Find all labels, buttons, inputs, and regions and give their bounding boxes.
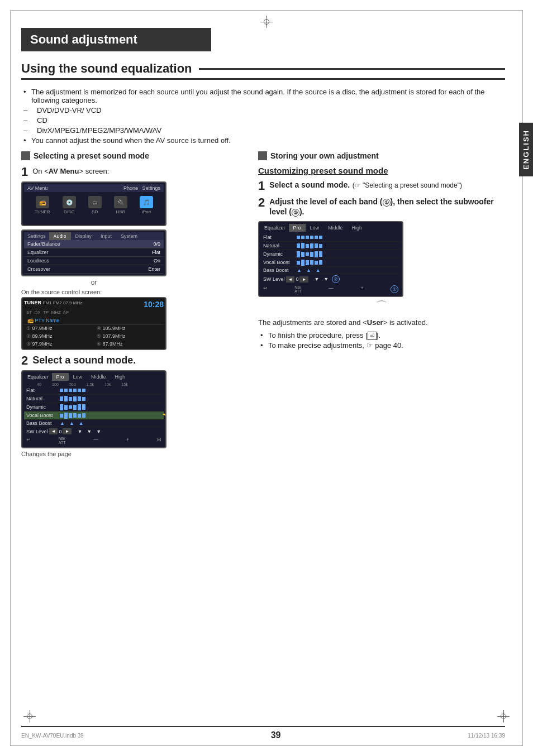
changes-page-label: Changes the page xyxy=(21,451,245,457)
av-menu-icons: 📻 TUNER 💿 DISC 🗂 SD 🔌 USB xyxy=(24,194,164,217)
step1-container: 1 On <AV Menu> screen: xyxy=(21,166,245,178)
settings-row-loudness: Loudness On xyxy=(24,257,164,265)
av-icon-disc: 💿 DISC xyxy=(63,196,76,214)
footer-file: EN_KW-AV70EU.indb 39 xyxy=(21,733,84,739)
sw-level-down[interactable]: ◄ xyxy=(49,428,58,434)
bottom-bar: EN_KW-AV70EU.indb 39 39 11/12/13 16:39 xyxy=(21,726,505,740)
intro-bullets: The adjustment is memorized for each sou… xyxy=(21,88,505,145)
tuner-header: TUNER FM1 FM2 87.9 MHz 10:28 xyxy=(24,300,164,309)
tuner-status: ST DX TP MHZ AF xyxy=(24,310,164,315)
tuner-screen: TUNER FM1 FM2 87.9 MHz 10:28 ST DX TP MH… xyxy=(21,297,166,350)
step2-num: 2 xyxy=(21,355,28,367)
sw-level-up[interactable]: ► xyxy=(63,428,72,434)
right-step2: 2 Adjust the level of each band (①), the… xyxy=(258,197,505,217)
bullet-4: DivX/MPEG1/MPEG2/MP3/WMA/WAV xyxy=(23,126,505,135)
customizing-title: Customizing preset sound mode xyxy=(258,166,505,175)
right-sw-down[interactable]: ◄ xyxy=(286,276,295,283)
right-step1-num: 1 xyxy=(258,180,265,192)
tuner-pty: 📻 PTY Name xyxy=(24,317,164,325)
settings-row-crossover: Crossover Enter xyxy=(24,265,164,274)
right-sw-level: SW Level ◄ 0 ► ▼ ▼ ② xyxy=(261,274,401,284)
right-eq-vocal: Vocal Boost xyxy=(261,259,401,267)
av-icon-usb: 🔌 USB xyxy=(114,196,127,214)
left-sub-heading: Selecting a preset sound mode xyxy=(21,151,245,160)
right-eq-bass: Bass Boost ▲ ▲ ▲ xyxy=(261,267,401,274)
right-column: Storing your own adjustment Customizing … xyxy=(258,151,505,459)
page-border-right xyxy=(522,10,523,746)
left-column: Selecting a preset sound mode 1 On <AV M… xyxy=(21,151,245,459)
finish-bullet-1: To finish the procedure, press [⏎]. xyxy=(260,331,505,339)
right-eq-flat: Flat xyxy=(261,233,401,242)
circle-1-annotation: ① xyxy=(391,285,398,293)
step2-container: 2 Select a sound mode. xyxy=(21,355,245,367)
eq-header-right: Equalizer Pro Low Middle High xyxy=(261,224,401,232)
settings-row-eq: Equalizer Flat 👆 xyxy=(24,248,164,257)
av-menu-screen: AV Menu Phone Settings 📻 TUNER 💿 DISC xyxy=(21,181,166,226)
eq-mode-natural: Natural xyxy=(24,395,164,403)
arrow-down: ⌒ xyxy=(258,298,505,315)
two-col-layout: Selecting a preset sound mode 1 On <AV M… xyxy=(21,151,505,459)
side-tab-english: ENGLISH xyxy=(519,123,533,176)
right-step1-label: Select a sound mode. xyxy=(269,180,350,189)
tuner-freq-1: ① 87.9MHz xyxy=(24,325,93,332)
right-step1-note: (☞ "Selecting a preset sound mode") xyxy=(353,181,462,189)
right-eq-bottom: ↩ NB/ATT — + ① xyxy=(261,284,401,294)
right-sw-up[interactable]: ► xyxy=(299,276,308,283)
tuner-freq-6: ⑥ 87.9MHz xyxy=(94,341,164,347)
settings-tab-audio: Audio xyxy=(49,232,71,240)
eq-mode-bass: Bass Boost ▲ ▲ ▲ xyxy=(24,420,164,427)
av-icon-ipod: 🎵 iPod xyxy=(140,196,153,214)
finish-bullets: To finish the procedure, press [⏎]. To m… xyxy=(258,331,505,350)
or-divider: or xyxy=(21,279,166,286)
eq-screen-left: Equalizer Pro Low Middle High 40 100 500… xyxy=(21,370,166,448)
page-title: Sound adjustment xyxy=(21,28,211,51)
bullet-1: The adjustment is memorized for each sou… xyxy=(23,88,505,104)
right-eq-dynamic: Dynamic xyxy=(261,250,401,259)
left-section-icon xyxy=(21,151,30,160)
av-menu-header: AV Menu Phone Settings xyxy=(24,184,164,192)
step1-text: On <AV Menu> screen: xyxy=(32,167,109,175)
right-section-icon xyxy=(258,151,267,160)
page-number: 39 xyxy=(271,730,281,740)
finish-bullet-2: To make precise adjustments, ☞ page 40. xyxy=(260,341,505,350)
tuner-freq-2: ④ 105.9MHz xyxy=(94,325,164,332)
eq-header-left: Equalizer Pro Low Middle High xyxy=(24,373,164,381)
settings-tab-display: Display xyxy=(71,232,97,240)
circle-2-annotation: ② xyxy=(332,275,340,283)
after-screen-text: The adjustments are stored and <User> is… xyxy=(258,318,505,327)
page-border-top xyxy=(10,10,523,11)
right-step2-label: Adjust the level of each band (①), then … xyxy=(269,197,493,216)
settings-screen: Settings Audio Display Input System Fade… xyxy=(21,229,166,276)
tuner-freq-4: ⑤ 107.9MHz xyxy=(94,333,164,339)
tuner-time: 10:28 xyxy=(144,300,164,309)
av-icon-tuner: 📻 TUNER xyxy=(35,196,50,214)
tuner-freq-3: ② 89.9MHz xyxy=(24,333,93,339)
step1-num: 1 xyxy=(21,166,28,178)
crosshair-top-center xyxy=(260,16,273,28)
eq-mode-flat: Flat xyxy=(24,386,164,395)
eq-mode-dynamic: Dynamic xyxy=(24,403,164,412)
eq-bottom-left: ↩ NB/ATT — + ⊟ xyxy=(24,436,164,446)
tuner-freq-list: ① 87.9MHz ④ 105.9MHz ② 89.9MHz ⑤ 107.9MH… xyxy=(24,325,164,347)
footer-date: 11/12/13 16:39 xyxy=(468,733,505,739)
bullet-5: You cannot adjust the sound when the AV … xyxy=(23,136,505,145)
page-border-left xyxy=(10,10,11,746)
settings-tab-input: Input xyxy=(96,232,116,240)
eq-mode-vocal: Vocal Boost 👆 xyxy=(24,412,164,420)
settings-row-fader: Fader/Balance 0/0 xyxy=(24,240,164,248)
tuner-freq-5: ③ 97.9MHz xyxy=(24,341,93,347)
av-icon-sd: 🗂 SD xyxy=(88,196,102,214)
right-sub-heading: Storing your own adjustment xyxy=(258,151,505,160)
page-border-bottom xyxy=(10,745,523,746)
section-heading: Using the sound equalization xyxy=(21,61,505,80)
step2-text: Select a sound mode. xyxy=(32,355,136,366)
right-eq-natural: Natural xyxy=(261,242,401,250)
right-step1: 1 Select a sound mode. (☞ "Selecting a p… xyxy=(258,180,505,192)
eq-sw-level: SW Level ◄ 0 ► ▼ ▼ ▼ xyxy=(24,427,164,436)
settings-tab-system: System xyxy=(116,232,142,240)
eq-screen-right: Equalizer Pro Low Middle High Flat xyxy=(258,221,403,297)
right-step2-num: 2 xyxy=(258,197,265,209)
settings-tabs: Settings Audio Display Input System xyxy=(24,232,164,240)
bullet-2: DVD/DVD-VR/ VCD xyxy=(23,106,505,114)
bullet-3: CD xyxy=(23,116,505,125)
